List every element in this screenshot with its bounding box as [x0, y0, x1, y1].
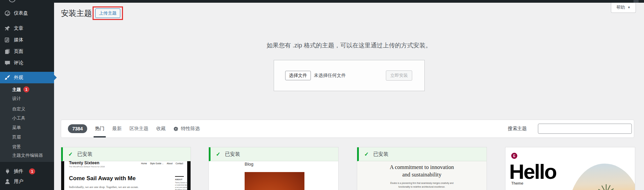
install-now-button[interactable]: 立即安装: [386, 70, 412, 81]
admin-bar-item: [634, 0, 639, 3]
installed-label: 已安装: [373, 151, 388, 157]
sidebar-item-media[interactable]: 媒体: [0, 34, 54, 46]
submenu-item-theme-file-editor[interactable]: 主题文件编辑器: [12, 151, 43, 160]
sidebar-item-dashboard[interactable]: 仪表盘: [0, 7, 54, 19]
paintbrush-icon: [4, 75, 10, 81]
submenu-label: 菜单: [12, 125, 21, 130]
submenu-item-widgets[interactable]: 小工具: [12, 114, 25, 122]
theme-card-hello[interactable]: E Hello Theme: [505, 147, 635, 190]
check-icon: ✓: [216, 151, 220, 157]
pages-icon: [4, 48, 10, 55]
theme-preview: Blog: [209, 161, 338, 190]
feature-filter-label: 特性筛选: [181, 126, 200, 132]
theme-card-twenty-sixteen[interactable]: ✓ 已安装 Twenty Sixteen The WordPress Defau…: [61, 147, 191, 190]
choose-file-button[interactable]: 选择文件: [285, 71, 311, 80]
annotation-highlight: 上传主题: [93, 6, 123, 20]
check-icon: ✓: [68, 151, 73, 157]
submenu-label: 自定义: [12, 106, 25, 111]
upload-theme-button[interactable]: 上传主题: [95, 8, 120, 18]
sidebar-item-posts[interactable]: 文章: [0, 23, 54, 34]
sidebar-item-label: 页面: [14, 48, 23, 55]
comment-icon: [4, 60, 10, 66]
preview-nav-label: Style Guide: [150, 162, 162, 165]
user-icon: [4, 178, 10, 185]
tab-popular[interactable]: 热门: [95, 120, 104, 138]
help-dropdown[interactable]: 帮助 ▼: [611, 2, 636, 13]
theme-count-badge: 7384: [68, 124, 87, 133]
submenu-item-themes[interactable]: 主题1: [12, 86, 29, 94]
preview-nav-item: Home: [141, 162, 147, 165]
tab-latest[interactable]: 最新: [112, 120, 122, 138]
page-title: 安装主题: [61, 8, 92, 19]
theme-card-etudes[interactable]: ✓ 已安装 A commitment to innovation and sus…: [357, 147, 487, 190]
submenu-item-background[interactable]: 背景: [12, 143, 21, 151]
logo-letter: E: [513, 154, 516, 158]
preview-heading-line1: A commitment to innovation: [357, 164, 487, 171]
installed-banner: ✓ 已安装: [209, 147, 338, 161]
tab-block-themes[interactable]: 区块主题: [129, 120, 148, 138]
media-icon: [4, 37, 10, 43]
no-file-chosen-text: 未选择任何文件: [314, 72, 346, 79]
sidebar-item-users[interactable]: 用户: [0, 176, 54, 187]
preview-post-title: Come Sail Away with Me: [69, 175, 135, 182]
submenu-item-menus[interactable]: 菜单: [12, 124, 21, 132]
preview-body-text: Études is a pioneering firm that seamles…: [386, 181, 458, 189]
tab-favorites[interactable]: 收藏: [156, 120, 166, 138]
submenu-item-customize[interactable]: 自定义: [12, 105, 25, 113]
installed-banner: ✓ 已安装: [61, 147, 191, 161]
preview-sidebar-rule: [175, 176, 184, 177]
submenu-item-header[interactable]: 页眉: [12, 133, 21, 141]
preview-site-title: Blog: [245, 162, 253, 167]
sidebar-item-label: 媒体: [14, 37, 23, 43]
theme-preview: A commitment to innovation and sustainab…: [357, 161, 487, 190]
preview-subheading: Theme: [511, 181, 523, 185]
sidebar-item-label: 仪表盘: [14, 10, 28, 16]
preview-nav-item: Contact: [176, 162, 183, 165]
preview-black-edge: [61, 161, 64, 190]
installed-label: 已安装: [77, 151, 92, 157]
preview-featured-image: [245, 172, 304, 190]
sidebar-item-label: 文章: [14, 25, 23, 31]
admin-sidebar: 仪表盘 文章 媒体 页面 评论 外观 主题1 设计 自定义 小工具 菜单 页: [0, 0, 54, 190]
theme-card-blog[interactable]: ✓ 已安装 Blog: [208, 147, 339, 190]
submenu-label: 设计: [12, 96, 21, 101]
caret-down-icon: ▼: [627, 6, 630, 9]
caret-down-icon: ⌄: [162, 163, 164, 165]
submenu-item-design[interactable]: 设计: [12, 94, 21, 103]
preview-heading-line2: and sustainability: [357, 171, 487, 178]
preview-nav-item: Style Guide⌄: [150, 162, 164, 165]
installed-banner: ✓ 已安装: [357, 147, 487, 161]
elementor-logo: E: [511, 153, 517, 159]
admin-bar: [0, 0, 644, 3]
update-count-badge: 1: [29, 168, 35, 174]
active-menu-arrow: [54, 75, 57, 80]
search-themes-label: 搜索主题: [508, 126, 527, 132]
upload-description: 如果您有 .zip 格式的主题，可以在这里通过上传的方式安装。: [54, 41, 644, 49]
wordpress-logo-icon: [9, 0, 16, 2]
feature-filter-toggle[interactable]: 特性筛选: [173, 126, 200, 132]
plant-silhouette: [245, 172, 304, 190]
sidebar-item-appearance[interactable]: 外观: [0, 72, 54, 83]
sidebar-item-label: 评论: [14, 60, 23, 66]
submenu-label: 主题文件编辑器: [12, 153, 43, 158]
plug-icon: [4, 168, 10, 174]
help-label: 帮助: [616, 4, 625, 10]
sidebar-item-comments[interactable]: 评论: [0, 57, 54, 69]
search-themes-input[interactable]: [538, 124, 632, 134]
preview-sidebar: ABOUT Twenty Sixteen is a modernized tak…: [175, 176, 188, 190]
sidebar-item-plugins[interactable]: 插件 1: [0, 166, 54, 177]
preview-sidebar-title: ABOUT: [175, 178, 188, 181]
plant-illustration: [568, 164, 635, 190]
gear-icon: [173, 126, 178, 131]
preview-post-excerpt: Individually, we are one drop. Together,…: [69, 185, 139, 189]
installed-label: 已安装: [225, 151, 240, 157]
submenu-label: 主题: [12, 87, 21, 92]
preview-heading: Hello: [509, 161, 556, 182]
theme-preview: Twenty Sixteen The WordPress Default The…: [61, 161, 191, 190]
preview-nav-item: About: [167, 162, 173, 165]
submenu-label: 小工具: [12, 115, 25, 121]
submenu-label: 背景: [12, 144, 21, 149]
sidebar-item-pages[interactable]: 页面: [0, 46, 54, 57]
preview-site-title: Twenty Sixteen: [69, 161, 99, 165]
sidebar-item-label: 插件: [14, 168, 23, 174]
